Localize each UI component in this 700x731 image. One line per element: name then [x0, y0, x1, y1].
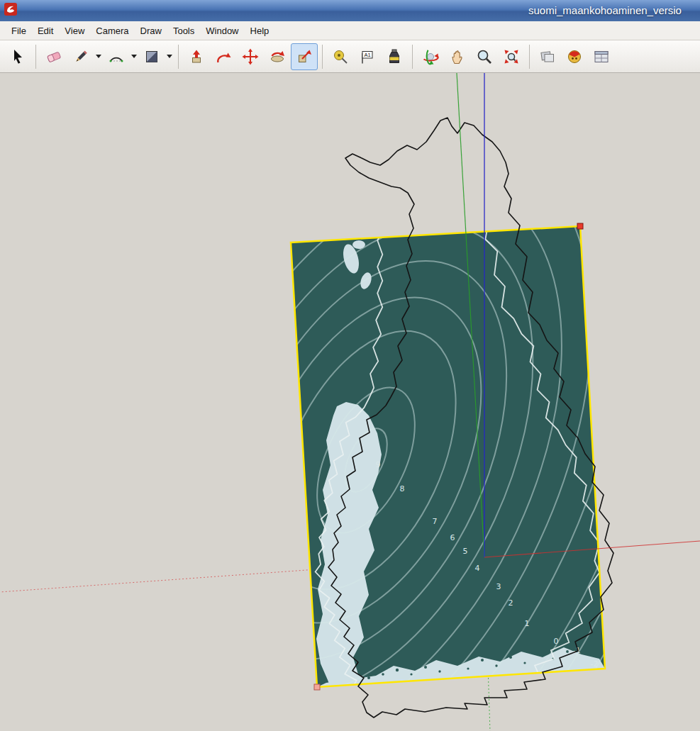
menu-camera[interactable]: Camera — [90, 23, 134, 39]
menu-bar: File Edit View Camera Draw Tools Window … — [0, 21, 700, 40]
rectangle-shape-icon — [143, 48, 160, 65]
sketchup-logo-icon — [4, 3, 17, 18]
arc-icon — [108, 48, 125, 65]
menu-tools[interactable]: Tools — [167, 23, 200, 39]
warehouse-globe-icon — [566, 48, 583, 65]
window-title: suomi_maankohoaminen_versio — [528, 4, 682, 16]
move-icon — [242, 48, 259, 65]
model-info-tool-button[interactable] — [588, 43, 615, 70]
rotate-icon — [269, 48, 286, 65]
contour-label: -2 — [591, 659, 599, 669]
move-tool-button[interactable] — [237, 43, 264, 70]
get-models-tool-button[interactable] — [561, 43, 588, 70]
chevron-down-icon — [167, 55, 172, 58]
push-pull-icon — [188, 48, 205, 65]
chevron-down-icon — [131, 55, 137, 58]
scale-tool-button[interactable] — [291, 43, 318, 70]
push-pull-tool-button[interactable] — [183, 43, 210, 70]
rotate-tool-button[interactable] — [264, 43, 291, 70]
toolbar-separator — [412, 45, 413, 69]
toolbar-separator — [35, 45, 36, 69]
title-bar: suomi_maankohoaminen_versio — [0, 0, 700, 21]
contour-label: 0 — [554, 637, 559, 646]
chevron-down-icon — [96, 55, 101, 58]
pencil-icon — [72, 48, 89, 65]
menu-draw[interactable]: Draw — [135, 23, 167, 39]
model-view[interactable]: 9 8 7 6 5 4 3 2 1 0 -1 -2 — [0, 73, 700, 731]
modeling-canvas[interactable]: 9 8 7 6 5 4 3 2 1 0 -1 -2 — [0, 73, 700, 731]
paint-bucket-icon — [386, 48, 403, 65]
menu-view[interactable]: View — [59, 23, 90, 39]
toolbar-separator — [322, 45, 323, 69]
line-tool-button[interactable] — [67, 43, 94, 70]
dimension-tool-button[interactable]: A1 — [354, 43, 381, 70]
line-tool-dropdown[interactable] — [94, 43, 103, 70]
contour-label: 2 — [509, 598, 513, 608]
contour-label: 6 — [450, 533, 455, 542]
menu-edit[interactable]: Edit — [32, 23, 59, 39]
follow-me-tool-button[interactable] — [210, 43, 237, 70]
orbit-tool-button[interactable] — [417, 43, 444, 70]
stacked-views-icon — [539, 48, 556, 65]
pan-tool-button[interactable] — [444, 43, 471, 70]
menu-help[interactable]: Help — [245, 23, 275, 39]
tape-measure-icon — [332, 48, 349, 65]
grip-top-right[interactable] — [577, 223, 583, 229]
shapes-tool-dropdown[interactable] — [165, 43, 174, 70]
tool-bar: A1 — [0, 40, 700, 73]
toolbar-separator — [178, 45, 179, 69]
pan-hand-icon — [449, 48, 466, 65]
paint-bucket-tool-button[interactable] — [381, 43, 408, 70]
select-tool-button[interactable] — [4, 43, 31, 70]
zoom-magnifier-icon — [476, 48, 493, 65]
dimension-flag-icon: A1 — [359, 48, 376, 65]
contour-label: 9 — [376, 460, 381, 469]
eraser-tool-button[interactable] — [40, 43, 67, 70]
contour-label: 8 — [400, 484, 405, 493]
sketchup-window: suomi_maankohoaminen_versio File Edit Vi… — [0, 0, 700, 731]
arc-tool-dropdown[interactable] — [130, 43, 138, 70]
tape-measure-tool-button[interactable] — [327, 43, 354, 70]
panel-window-icon — [593, 48, 610, 65]
follow-me-icon — [215, 48, 232, 65]
shapes-tool-button[interactable] — [138, 43, 165, 70]
zoom-tool-button[interactable] — [471, 43, 498, 70]
arc-tool-button[interactable] — [103, 43, 130, 70]
zoom-extents-icon — [503, 48, 520, 65]
contour-label: 3 — [496, 582, 501, 591]
menu-window[interactable]: Window — [200, 23, 244, 39]
scale-icon — [296, 48, 313, 65]
menu-file[interactable]: File — [6, 23, 32, 39]
contour-label: 5 — [463, 547, 468, 556]
contour-label: 4 — [475, 564, 480, 573]
select-arrow-icon — [9, 48, 26, 65]
dimension-label: A1 — [364, 52, 370, 58]
contour-label: 7 — [433, 517, 438, 526]
views-tool-button[interactable] — [534, 43, 561, 70]
eraser-icon — [45, 48, 62, 65]
contour-label: 1 — [525, 619, 530, 628]
zoom-extents-tool-button[interactable] — [498, 43, 525, 70]
toolbar-separator — [529, 45, 530, 69]
orbit-icon — [422, 48, 439, 65]
grip-bottom-left[interactable] — [314, 684, 320, 690]
